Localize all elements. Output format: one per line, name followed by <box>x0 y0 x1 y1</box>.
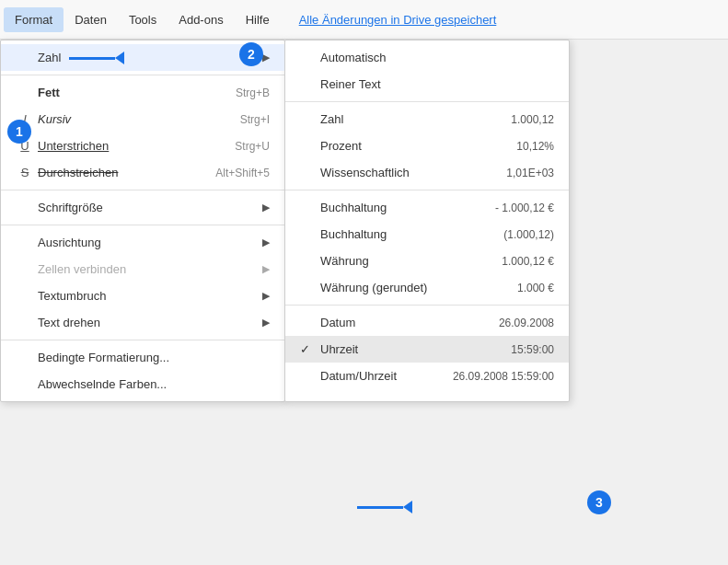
zahl-divider-1 <box>285 101 569 102</box>
zahl-divider-2 <box>285 190 569 190</box>
arrow-to-zahl <box>69 52 124 64</box>
menu-item-bedingte[interactable]: Bedingte Formatierung... <box>1 344 284 371</box>
textdrehen-arrow: ▶ <box>262 317 270 329</box>
callout-1: 1 <box>7 120 31 144</box>
menu-daten[interactable]: Daten <box>64 7 118 32</box>
zahl-item-zahl[interactable]: Zahl 1.000,12 <box>285 106 569 133</box>
menu-item-textumbruch[interactable]: Textumbruch ▶ <box>1 282 284 309</box>
menu-item-textdrehen[interactable]: Text drehen ▶ <box>1 309 284 336</box>
zahl-item-wissenschaftlich[interactable]: Wissenschaftlich 1,01E+03 <box>285 159 569 186</box>
zahl-item-waehrung[interactable]: Währung 1.000,12 € <box>285 248 569 274</box>
ausrichtung-arrow: ▶ <box>262 236 270 248</box>
zahl-item-datum[interactable]: Datum 26.09.2008 <box>285 309 569 336</box>
zellen-arrow: ▶ <box>262 263 270 275</box>
divider-4 <box>1 340 284 340</box>
zahl-item-buchhaltung1[interactable]: Buchhaltung - 1.000,12 € <box>285 194 569 221</box>
durchstreichen-icon: S <box>16 166 34 179</box>
menu-format[interactable]: Format <box>4 7 64 32</box>
divider-3 <box>1 225 284 225</box>
menu-item-abwechselnde[interactable]: Abwechselnde Farben... <box>1 371 284 398</box>
zahl-item-waehrung-gerundet[interactable]: Währung (gerundet) 1.000 € <box>285 274 569 301</box>
menu-item-zellen: Zellen verbinden ▶ <box>1 256 284 282</box>
format-menu: Zahl ▶ Fett Strg+B I Kursiv Strg+I U Unt… <box>0 40 285 402</box>
arrow-to-uhrzeit <box>357 501 412 513</box>
callout-3: 3 <box>587 490 611 514</box>
menu-item-schriftgroesse[interactable]: Schriftgröße ▶ <box>1 194 284 221</box>
zahl-item-reiner[interactable]: Reiner Text <box>285 71 569 98</box>
menu-item-durchstreichen[interactable]: S Durchstreichen Alt+Shift+5 <box>1 159 284 186</box>
menu-item-fett[interactable]: Fett Strg+B <box>1 79 284 106</box>
uhrzeit-check: ✓ <box>300 342 317 356</box>
menu-tools[interactable]: Tools <box>118 7 168 32</box>
zahl-menu: Automatisch Reiner Text Zahl 1.000,12 Pr… <box>284 40 570 402</box>
menu-item-unterstrichen[interactable]: U Unterstrichen Strg+U <box>1 133 284 159</box>
zahl-item-uhrzeit[interactable]: ✓ Uhrzeit 15:59:00 <box>285 336 569 363</box>
schriftgroesse-arrow: ▶ <box>262 202 270 213</box>
zahl-item-prozent[interactable]: Prozent 10,12% <box>285 133 569 159</box>
saved-status: Alle Änderungen in Drive gespeichert <box>299 13 497 27</box>
menu-item-ausrichtung[interactable]: Ausrichtung ▶ <box>1 229 284 256</box>
zahl-arrow: ▶ <box>262 52 270 63</box>
menu-bar: Format Daten Tools Add-ons Hilfe Alle Än… <box>0 0 728 40</box>
divider-1 <box>1 75 284 75</box>
zahl-item-datum-uhrzeit[interactable]: Datum/Uhrzeit 26.09.2008 15:59:00 <box>285 363 569 389</box>
dropdown-wrapper: Zahl ▶ Fett Strg+B I Kursiv Strg+I U Unt… <box>0 40 570 402</box>
zahl-item-automatisch[interactable]: Automatisch <box>285 44 569 71</box>
textumbruch-arrow: ▶ <box>262 290 270 302</box>
menu-item-kursiv[interactable]: I Kursiv Strg+I <box>1 106 284 133</box>
callout-2: 2 <box>239 42 263 66</box>
zahl-item-buchhaltung2[interactable]: Buchhaltung (1.000,12) <box>285 221 569 248</box>
divider-2 <box>1 190 284 190</box>
menu-addons[interactable]: Add-ons <box>168 7 234 32</box>
zahl-divider-3 <box>285 305 569 306</box>
menu-hilfe[interactable]: Hilfe <box>235 7 281 32</box>
